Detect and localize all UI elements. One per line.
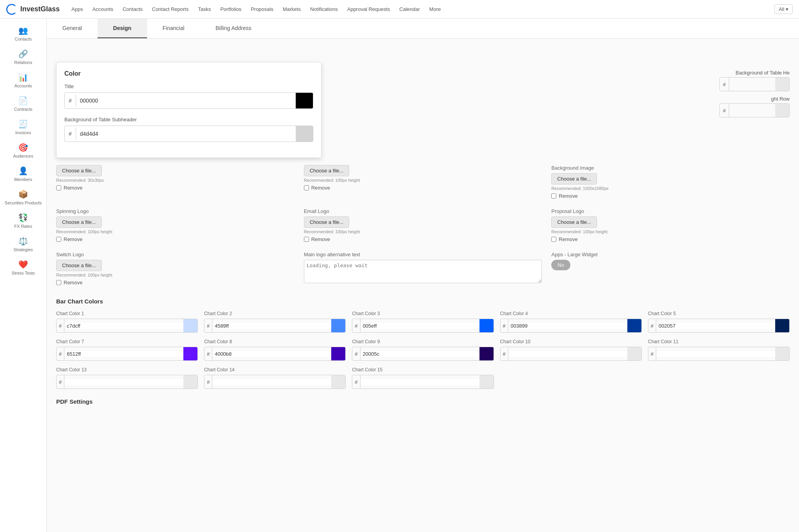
nav-contacts[interactable]: Contacts — [119, 4, 146, 14]
nav-notifications[interactable]: Notifications — [306, 4, 342, 14]
sidebar-item-relations[interactable]: 🔗 Relations — [0, 45, 46, 69]
sidebar-item-strategies[interactable]: ⚖️ Strategies — [0, 232, 46, 256]
title-color-input[interactable] — [76, 94, 296, 107]
chart-input-3[interactable] — [360, 323, 479, 329]
chart-input-4[interactable] — [508, 323, 627, 329]
remove-label-2: Remove — [311, 185, 330, 191]
chart-input-1[interactable] — [64, 323, 183, 329]
chart-swatch-7[interactable] — [183, 347, 197, 361]
chart-swatch-13[interactable] — [183, 375, 197, 389]
nav-more[interactable]: More — [425, 4, 445, 14]
remove-row-3: Remove — [551, 193, 790, 199]
choose-file-btn-3[interactable]: Choose a file... — [551, 173, 597, 184]
choose-file-btn-7[interactable]: Choose a file... — [56, 260, 102, 271]
subheader-color-swatch[interactable] — [296, 126, 313, 142]
sidebar-item-invoices[interactable]: 🧾 Invoices — [0, 115, 46, 139]
nav-portfolios[interactable]: Portfolios — [217, 4, 245, 14]
chart-swatch-4[interactable] — [627, 319, 641, 333]
chart-color-8-row: # — [204, 347, 346, 361]
chart-input-9[interactable] — [360, 351, 479, 357]
sidebar: 👥 Contacts 🔗 Relations 📊 Accounts 📄 Cont… — [0, 19, 47, 532]
chart-input-10[interactable] — [508, 351, 627, 357]
alt-text-textarea[interactable] — [304, 260, 542, 283]
chart-swatch-14[interactable] — [331, 375, 345, 389]
subheader-color-input[interactable] — [76, 128, 296, 140]
sidebar-item-audiences[interactable]: 🎯 Audiences — [0, 139, 46, 162]
tab-billing-address[interactable]: Billing Address — [200, 19, 267, 38]
choose-file-btn-5[interactable]: Choose a file... — [304, 216, 350, 228]
chart-swatch-9[interactable] — [479, 347, 494, 361]
sidebar-item-members[interactable]: 👤 Members — [0, 162, 46, 186]
chart-swatch-2[interactable] — [331, 319, 345, 333]
highlight-swatch[interactable] — [775, 104, 789, 117]
nav-all-dropdown[interactable]: All ▾ — [774, 4, 793, 14]
chart-color-14-label: Chart Color 14 — [204, 367, 346, 372]
sidebar-item-fxrates[interactable]: 💱 FX Rates — [0, 209, 46, 232]
sidebar-item-securities[interactable]: 📦 Securities Products — [0, 186, 46, 209]
title-hash: # — [65, 94, 76, 107]
chart-color-7: Chart Color 7 # — [56, 339, 198, 361]
chart-color-11-label: Chart Color 11 — [648, 339, 790, 344]
chart-swatch-15[interactable] — [479, 375, 494, 389]
remove-checkbox-5[interactable] — [304, 237, 309, 242]
choose-file-btn-4[interactable]: Choose a file... — [56, 216, 102, 228]
chart-color-11: Chart Color 11 # — [648, 339, 790, 361]
tab-general[interactable]: General — [47, 19, 98, 38]
bg-table-swatch[interactable] — [775, 78, 789, 91]
nav-markets[interactable]: Markets — [279, 4, 305, 14]
chart-swatch-10[interactable] — [627, 347, 641, 361]
apps-widget-toggle[interactable]: No — [551, 260, 570, 270]
remove-checkbox-4[interactable] — [56, 237, 61, 242]
chart-input-8[interactable] — [212, 351, 331, 357]
choose-file-btn-1[interactable]: Choose a file... — [56, 165, 102, 176]
chart-hash-7: # — [57, 347, 64, 360]
nav-apps[interactable]: Apps — [67, 4, 87, 14]
invoices-icon: 🧾 — [18, 119, 28, 129]
nav-accounts[interactable]: Accounts — [89, 4, 117, 14]
chart-swatch-8[interactable] — [331, 347, 345, 361]
securities-icon: 📦 — [18, 190, 28, 199]
chart-hash-2: # — [204, 319, 212, 332]
sidebar-item-contracts[interactable]: 📄 Contracts — [0, 92, 46, 115]
upload-item-email-logo: Email Logo Choose a file... Recommended:… — [304, 208, 542, 242]
recommended-5: Recommended: 100px height — [304, 229, 542, 234]
chart-input-15[interactable] — [360, 379, 479, 385]
top-navigation: InvestGlass Apps Accounts Contacts Conta… — [0, 0, 799, 19]
nav-approval-requests[interactable]: Approval Requests — [343, 4, 394, 14]
sidebar-label-fxrates: FX Rates — [14, 224, 32, 229]
chart-color-3: Chart Color 3 # — [352, 311, 494, 333]
chart-input-5[interactable] — [656, 323, 775, 329]
logo[interactable]: InvestGlass — [6, 4, 60, 15]
chart-swatch-11[interactable] — [775, 347, 789, 361]
chart-swatch-1[interactable] — [183, 319, 197, 333]
remove-row-7: Remove — [56, 280, 295, 286]
sidebar-item-contacts[interactable]: 👥 Contacts — [0, 22, 46, 45]
tab-financial[interactable]: Financial — [147, 19, 200, 38]
remove-checkbox-7[interactable] — [56, 280, 61, 285]
chart-input-2[interactable] — [212, 323, 331, 329]
subheader-hash: # — [65, 128, 76, 140]
remove-checkbox-6[interactable] — [551, 237, 556, 242]
title-color-swatch[interactable] — [296, 93, 313, 108]
chart-input-14[interactable] — [212, 379, 331, 385]
remove-checkbox-2[interactable] — [304, 185, 309, 190]
remove-label-1: Remove — [64, 185, 82, 191]
contacts-icon: 👥 — [18, 26, 28, 35]
chart-swatch-5[interactable] — [775, 319, 789, 333]
sidebar-item-stress-tests[interactable]: ❤️ Stress Tests — [0, 256, 46, 279]
nav-calendar[interactable]: Calendar — [396, 4, 424, 14]
nav-proposals[interactable]: Proposals — [247, 4, 277, 14]
chart-input-7[interactable] — [64, 351, 183, 357]
choose-file-btn-2[interactable]: Choose a file... — [304, 165, 350, 176]
choose-file-btn-6[interactable]: Choose a file... — [551, 216, 597, 228]
nav-contact-reports[interactable]: Contact Reports — [148, 4, 193, 14]
nav-tasks[interactable]: Tasks — [194, 4, 215, 14]
sidebar-item-accounts[interactable]: 📊 Accounts — [0, 69, 46, 92]
tab-design[interactable]: Design — [98, 19, 147, 38]
chart-swatch-3[interactable] — [479, 319, 494, 333]
remove-checkbox-1[interactable] — [56, 185, 61, 190]
chart-input-11[interactable] — [656, 351, 775, 357]
chart-colors-row-2: Chart Color 7 # Chart Color 8 # — [56, 339, 790, 361]
chart-input-13[interactable] — [64, 379, 183, 385]
remove-checkbox-3[interactable] — [551, 193, 556, 199]
